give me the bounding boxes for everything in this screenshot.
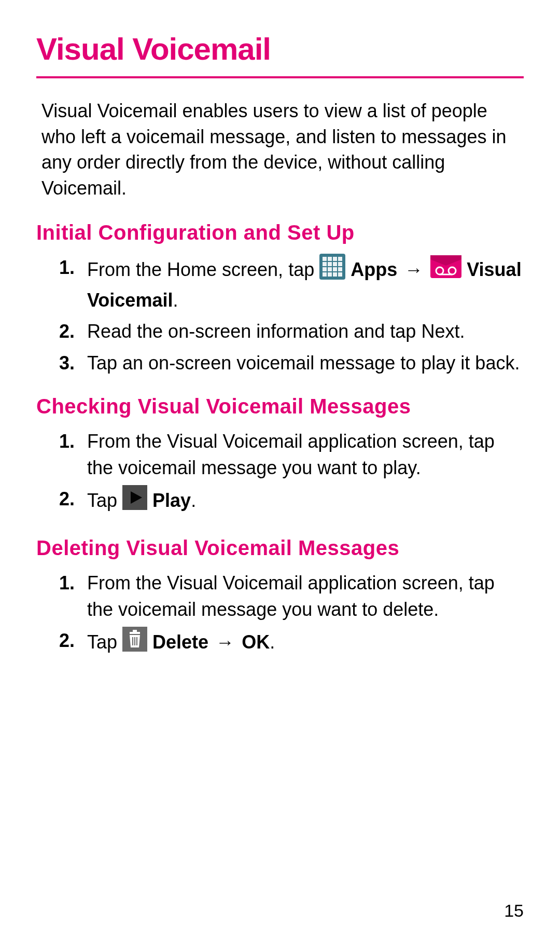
step-number: 3. <box>59 350 75 376</box>
svg-rect-10 <box>328 267 332 271</box>
step-item: 2.Tap Play. <box>87 486 524 518</box>
title-underline <box>36 76 524 78</box>
step-number: 1. <box>59 570 75 596</box>
svg-rect-2 <box>328 257 332 261</box>
svg-rect-11 <box>333 267 337 271</box>
step-text: Tap <box>87 631 122 653</box>
step-text <box>236 631 242 653</box>
svg-rect-26 <box>133 630 137 632</box>
svg-rect-7 <box>333 262 337 266</box>
step-text: From the Visual Voicemail application sc… <box>87 431 495 478</box>
step-bold-text: Delete <box>152 631 208 653</box>
step-text: Tap an on-screen voicemail message to pl… <box>87 352 520 374</box>
svg-rect-25 <box>130 632 140 634</box>
step-text <box>147 631 152 653</box>
svg-rect-12 <box>338 267 342 271</box>
step-text: From the Visual Voicemail application sc… <box>87 572 495 619</box>
voicemail-tape-icon <box>430 255 461 285</box>
page-title: Visual Voicemail <box>36 31 524 67</box>
svg-rect-3 <box>333 257 337 261</box>
step-text <box>397 259 402 280</box>
step-list: 1.From the Visual Voicemail application … <box>36 570 524 659</box>
step-item: 1.From the Visual Voicemail application … <box>87 429 524 481</box>
svg-rect-16 <box>338 272 342 277</box>
step-text: Read the on-screen information and tap N… <box>87 321 465 342</box>
svg-rect-8 <box>338 262 342 266</box>
step-item: 1.From the Home screen, tap Apps → Visua… <box>87 255 524 314</box>
sections: Initial Configuration and Set Up1.From t… <box>36 221 524 660</box>
step-item: 2.Tap Delete → OK. <box>87 628 524 659</box>
trash-icon <box>122 627 147 658</box>
svg-rect-9 <box>323 267 327 271</box>
step-text <box>147 490 152 511</box>
step-text: Tap <box>87 490 122 511</box>
section-heading: Deleting Visual Voicemail Messages <box>36 536 524 560</box>
svg-rect-6 <box>328 262 332 266</box>
section-heading: Checking Visual Voicemail Messages <box>36 395 524 418</box>
step-item: 2.Read the on-screen information and tap… <box>87 319 524 344</box>
play-icon <box>122 485 147 517</box>
step-list: 1.From the Visual Voicemail application … <box>36 429 524 518</box>
svg-rect-4 <box>338 257 342 261</box>
svg-rect-13 <box>323 272 327 277</box>
step-number: 2. <box>59 628 75 654</box>
page-number: 15 <box>504 901 524 921</box>
step-text <box>425 259 430 280</box>
step-text: . <box>173 289 178 311</box>
step-bold-text: Apps <box>351 259 397 280</box>
step-bold-text: Play <box>152 490 191 511</box>
step-number: 1. <box>59 429 75 454</box>
svg-rect-15 <box>333 272 337 277</box>
arrow-icon: → <box>214 629 236 655</box>
intro-paragraph: Visual Voicemail enables users to view a… <box>41 98 519 201</box>
step-number: 2. <box>59 319 75 344</box>
svg-rect-14 <box>328 272 332 277</box>
step-text: . <box>270 631 275 653</box>
apps-grid-icon <box>319 254 345 286</box>
step-text <box>208 631 214 653</box>
step-number: 1. <box>59 255 75 281</box>
step-bold-text: OK <box>242 631 270 653</box>
step-item: 1.From the Visual Voicemail application … <box>87 570 524 623</box>
svg-rect-1 <box>323 257 327 261</box>
step-list: 1.From the Home screen, tap Apps → Visua… <box>36 255 524 377</box>
step-text <box>345 259 351 280</box>
step-text: From the Home screen, tap <box>87 259 319 280</box>
step-text <box>461 259 467 280</box>
step-number: 2. <box>59 486 75 512</box>
step-text: . <box>191 490 196 511</box>
arrow-icon: → <box>402 257 425 283</box>
step-item: 3.Tap an on-screen voicemail message to … <box>87 350 524 376</box>
svg-rect-5 <box>323 262 327 266</box>
section-heading: Initial Configuration and Set Up <box>36 221 524 244</box>
manual-page: Visual Voicemail Visual Voicemail enable… <box>0 0 560 952</box>
